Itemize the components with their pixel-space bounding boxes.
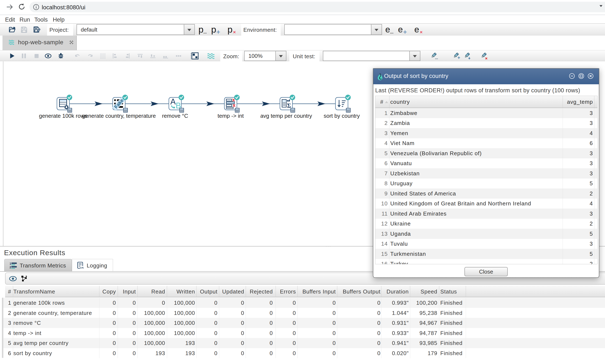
svg-text:2: 2 (10, 266, 11, 269)
svg-text:Log: Log (80, 266, 83, 269)
svg-text:Σ: Σ (287, 102, 291, 109)
svg-text:...: ... (435, 56, 438, 60)
svg-text:+: + (457, 55, 460, 60)
svg-text:x: x (233, 102, 236, 108)
svg-text:A: A (170, 97, 176, 106)
svg-text:1: 1 (10, 262, 11, 265)
